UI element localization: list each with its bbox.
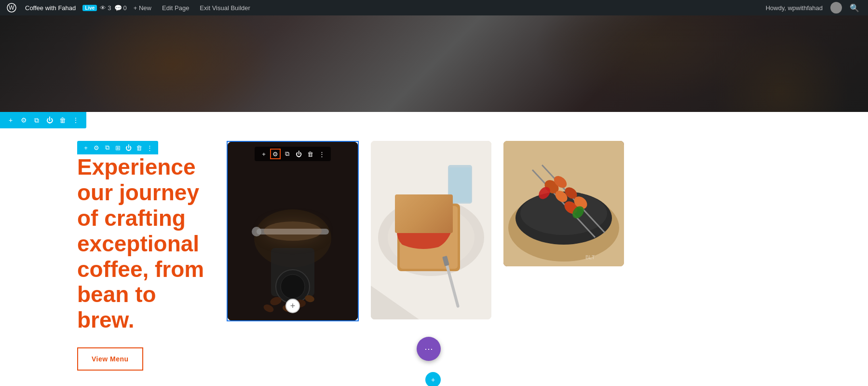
three-dots-icon: ⋯	[424, 344, 433, 354]
views-count-group: 👁 3	[100, 4, 111, 12]
site-name[interactable]: Coffee with Fahad	[21, 2, 80, 14]
svg-text:W: W	[9, 4, 14, 11]
exit-visual-builder-button[interactable]: Exit Visual Builder	[196, 2, 254, 14]
skewers-image: BLT	[503, 141, 624, 266]
row-disable-button[interactable]: ⏻	[44, 114, 55, 126]
column-toolbar: + ⚙ ⧉ ⊞ ⏻ 🗑 ⋮	[77, 141, 158, 154]
admin-bar-right: Howdy, wpwithfahad 🔍	[762, 1, 863, 14]
eye-icon: 👁	[100, 4, 106, 12]
coffee-beans-image	[228, 142, 358, 320]
toast-image	[371, 141, 491, 319]
module-more-button[interactable]: ⋮	[316, 149, 327, 159]
module-disable-button[interactable]: ⏻	[293, 149, 304, 159]
col-columns-button[interactable]: ⊞	[113, 143, 122, 152]
svg-text:BLT: BLT	[585, 254, 595, 260]
search-icon[interactable]: 🔍	[846, 1, 863, 14]
hero-image-overlay	[0, 15, 868, 112]
floating-purple-menu-button[interactable]: ⋯	[417, 337, 441, 361]
wordpress-logo-icon[interactable]: W	[5, 1, 18, 14]
floating-teal-add-button[interactable]: +	[425, 372, 441, 386]
image-add-button[interactable]: +	[285, 299, 300, 313]
page-wrapper: + ⚙ ⧉ ⏻ 🗑 ⋮ + ⚙ ⧉ ⊞ ⏻ 🗑 ⋮ Experi	[0, 15, 868, 386]
admin-bar-left: W Coffee with Fahad Live 👁 3 💬 0 + New E…	[5, 1, 762, 14]
row-clone-button[interactable]: ⧉	[31, 114, 42, 126]
svg-point-13	[252, 227, 261, 236]
plus-icon: +	[431, 376, 435, 384]
views-count: 3	[108, 4, 111, 12]
skewers-visual: BLT	[503, 141, 624, 266]
text-column: + ⚙ ⧉ ⊞ ⏻ 🗑 ⋮ Experience our journey of …	[77, 131, 212, 371]
admin-bar: W Coffee with Fahad Live 👁 3 💬 0 + New E…	[0, 0, 868, 15]
row-settings-button[interactable]: ⚙	[18, 114, 29, 126]
col-clone-button[interactable]: ⧉	[102, 143, 112, 152]
row-toolbar: + ⚙ ⧉ ⏻ 🗑 ⋮	[0, 112, 86, 128]
coffee-beans-visual	[228, 142, 358, 320]
coffee-beans-image-module[interactable]: + ⚙ ⧉ ⏻ 🗑 ⋮	[227, 141, 359, 321]
col-more-button[interactable]: ⋮	[145, 143, 154, 152]
howdy-text[interactable]: Howdy, wpwithfahad	[762, 2, 827, 14]
module-clone-button[interactable]: ⧉	[282, 149, 292, 159]
main-section: + ⚙ ⧉ ⏻ 🗑 ⋮ + ⚙ ⧉ ⊞ ⏻ 🗑 ⋮ Experi	[0, 112, 868, 386]
svg-point-6	[281, 275, 305, 299]
new-button[interactable]: + New	[130, 2, 155, 14]
svg-rect-12	[257, 229, 329, 234]
hero-section	[0, 15, 868, 112]
row-delete-button[interactable]: 🗑	[57, 114, 68, 126]
col-add-button[interactable]: +	[81, 143, 91, 152]
comments-count-group: 💬 0	[114, 4, 127, 12]
toast-visual	[371, 141, 491, 319]
col-settings-button[interactable]: ⚙	[92, 143, 101, 152]
skewers-image-module[interactable]: BLT	[503, 141, 624, 266]
svg-rect-22	[449, 167, 471, 202]
avatar[interactable]	[830, 2, 842, 14]
module-delete-button[interactable]: 🗑	[305, 149, 315, 159]
col-disable-button[interactable]: ⏻	[123, 143, 133, 152]
row-more-button[interactable]: ⋮	[70, 114, 81, 126]
live-badge: Live	[82, 5, 97, 11]
module-settings-button[interactable]: ⚙	[270, 149, 281, 159]
images-area: + ⚙ ⧉ ⏻ 🗑 ⋮	[227, 131, 791, 321]
toast-image-module[interactable]	[371, 141, 491, 319]
edit-page-button[interactable]: Edit Page	[158, 2, 193, 14]
hero-background	[0, 15, 868, 112]
module-toolbar: + ⚙ ⧉ ⏻ 🗑 ⋮	[255, 147, 331, 161]
hero-heading: Experience our journey of crafting excep…	[77, 154, 212, 333]
module-add-button[interactable]: +	[258, 149, 269, 159]
view-menu-button[interactable]: View Menu	[77, 347, 143, 371]
col-delete-button[interactable]: 🗑	[134, 143, 144, 152]
row-add-button[interactable]: +	[5, 114, 16, 126]
comment-icon: 💬	[114, 4, 122, 12]
comments-count: 0	[123, 4, 127, 12]
